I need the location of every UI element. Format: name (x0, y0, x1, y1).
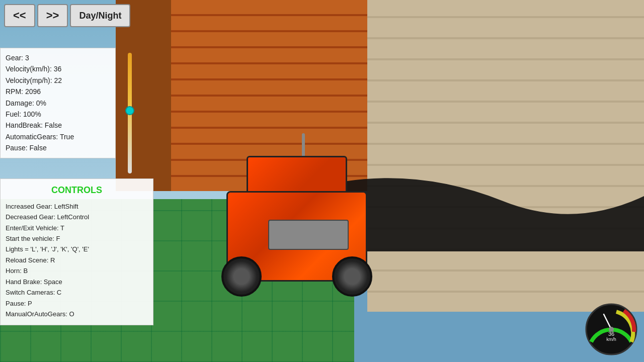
prev-button[interactable]: << (4, 4, 35, 27)
top-navigation: << >> Day/Night (0, 0, 134, 31)
day-night-button[interactable]: Day/Night (70, 4, 130, 27)
control-item-7: Hand Brake: Space (6, 277, 148, 287)
slider-thumb (125, 106, 134, 115)
svg-text:36: 36 (608, 331, 614, 337)
controls-panel: CONTROLS Increased Gear: LeftShift Decre… (0, 178, 153, 325)
controls-title: CONTROLS (6, 183, 148, 198)
control-item-5: Reload Scene: R (6, 255, 148, 265)
control-item-0: Increased Gear: LeftShift (6, 201, 148, 212)
vehicle-wheel-right (332, 256, 372, 297)
velocity-kmh-stat: Velocity(km/h): 36 (6, 63, 110, 74)
vehicle-grill (268, 220, 349, 250)
damage-stat: Damage: 0% (6, 98, 110, 109)
velocity-mph-stat: Velocity(mp/h): 22 (6, 75, 110, 86)
next-button[interactable]: >> (37, 4, 68, 27)
vehicle-antenna (302, 133, 305, 158)
fuel-stat: Fuel: 100% (6, 109, 110, 120)
control-item-1: Decreased Gear: LeftControl (6, 212, 148, 222)
vehicle (216, 161, 377, 302)
slider-track (128, 53, 132, 173)
vertical-slider-container[interactable] (125, 53, 135, 173)
control-item-2: Enter/Exit Vehicle: T (6, 223, 148, 233)
gear-stat: Gear: 3 (6, 52, 110, 63)
rpm-stat: RPM: 2096 (6, 86, 110, 97)
handbreak-stat: HandBreak: False (6, 120, 110, 131)
vehicle-wheel-left (221, 256, 262, 297)
autogears-stat: AutomaticGears: True (6, 131, 110, 142)
control-item-9: Pause: P (6, 298, 148, 309)
control-item-6: Horn: B (6, 265, 148, 276)
svg-text:km/h: km/h (606, 337, 616, 342)
pause-stat: Pause: False (6, 142, 110, 153)
control-item-4: Lights = 'L', 'H', 'J', 'K', 'Q', 'E' (6, 244, 148, 254)
control-item-10: ManualOrAutoGears: O (6, 309, 148, 319)
stats-panel: Gear: 3 Velocity(km/h): 36 Velocity(mp/h… (0, 48, 116, 158)
control-item-8: Switch Cameras: C (6, 287, 148, 298)
control-item-3: Start the vehicle: F (6, 233, 148, 244)
speedometer: km/h 36 (584, 302, 639, 357)
